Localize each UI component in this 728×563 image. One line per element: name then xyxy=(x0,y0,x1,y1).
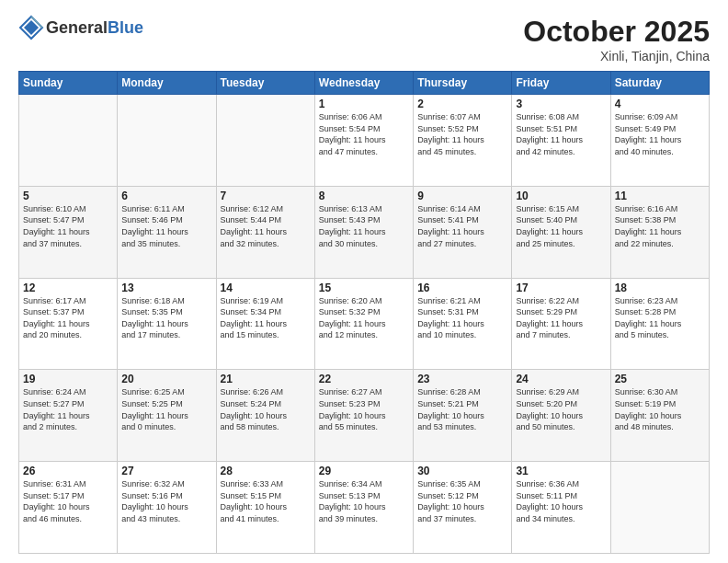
table-row: 25Sunrise: 6:30 AM Sunset: 5:19 PM Dayli… xyxy=(610,370,709,462)
col-monday: Monday xyxy=(118,72,216,95)
day-number: 18 xyxy=(615,282,705,294)
table-row: 31Sunrise: 6:36 AM Sunset: 5:11 PM Dayli… xyxy=(512,462,610,554)
header: GeneralBlue October 2025 Xinli, Tianjin,… xyxy=(18,15,710,63)
day-number: 8 xyxy=(319,190,409,202)
calendar-week-row: 12Sunrise: 6:17 AM Sunset: 5:37 PM Dayli… xyxy=(19,278,710,370)
day-info: Sunrise: 6:25 AM Sunset: 5:25 PM Dayligh… xyxy=(121,386,211,432)
day-number: 22 xyxy=(319,373,409,385)
day-info: Sunrise: 6:29 AM Sunset: 5:20 PM Dayligh… xyxy=(516,386,606,432)
day-number: 25 xyxy=(615,373,705,385)
day-number: 28 xyxy=(221,465,311,477)
day-number: 2 xyxy=(417,98,507,110)
day-info: Sunrise: 6:08 AM Sunset: 5:51 PM Dayligh… xyxy=(516,111,606,157)
table-row: 9Sunrise: 6:14 AM Sunset: 5:41 PM Daylig… xyxy=(414,186,512,278)
calendar-header-row: Sunday Monday Tuesday Wednesday Thursday… xyxy=(19,72,710,95)
day-info: Sunrise: 6:26 AM Sunset: 5:24 PM Dayligh… xyxy=(221,386,311,432)
day-info: Sunrise: 6:22 AM Sunset: 5:29 PM Dayligh… xyxy=(516,295,606,341)
day-info: Sunrise: 6:21 AM Sunset: 5:31 PM Dayligh… xyxy=(417,295,507,341)
table-row: 27Sunrise: 6:32 AM Sunset: 5:16 PM Dayli… xyxy=(118,462,216,554)
day-number: 29 xyxy=(319,465,409,477)
day-number: 17 xyxy=(516,282,606,294)
day-number: 12 xyxy=(23,282,113,294)
day-number: 13 xyxy=(121,282,211,294)
table-row: 24Sunrise: 6:29 AM Sunset: 5:20 PM Dayli… xyxy=(512,370,610,462)
day-info: Sunrise: 6:16 AM Sunset: 5:38 PM Dayligh… xyxy=(615,203,705,249)
table-row: 21Sunrise: 6:26 AM Sunset: 5:24 PM Dayli… xyxy=(216,370,314,462)
day-info: Sunrise: 6:10 AM Sunset: 5:47 PM Dayligh… xyxy=(23,203,113,249)
logo-general-text: General xyxy=(46,18,108,38)
col-tuesday: Tuesday xyxy=(216,72,314,95)
day-number: 15 xyxy=(319,282,409,294)
day-number: 31 xyxy=(516,465,606,477)
day-info: Sunrise: 6:18 AM Sunset: 5:35 PM Dayligh… xyxy=(121,295,211,341)
day-number: 30 xyxy=(417,465,507,477)
day-info: Sunrise: 6:12 AM Sunset: 5:44 PM Dayligh… xyxy=(221,203,311,249)
day-info: Sunrise: 6:30 AM Sunset: 5:19 PM Dayligh… xyxy=(615,386,705,432)
table-row: 4Sunrise: 6:09 AM Sunset: 5:49 PM Daylig… xyxy=(610,95,709,187)
table-row: 14Sunrise: 6:19 AM Sunset: 5:34 PM Dayli… xyxy=(216,278,314,370)
table-row: 26Sunrise: 6:31 AM Sunset: 5:17 PM Dayli… xyxy=(19,462,118,554)
day-info: Sunrise: 6:07 AM Sunset: 5:52 PM Dayligh… xyxy=(417,111,507,157)
table-row: 20Sunrise: 6:25 AM Sunset: 5:25 PM Dayli… xyxy=(118,370,216,462)
day-info: Sunrise: 6:17 AM Sunset: 5:37 PM Dayligh… xyxy=(23,295,113,341)
col-friday: Friday xyxy=(512,72,610,95)
day-number: 3 xyxy=(516,98,606,110)
table-row xyxy=(19,95,118,187)
calendar-week-row: 1Sunrise: 6:06 AM Sunset: 5:54 PM Daylig… xyxy=(19,95,710,187)
day-info: Sunrise: 6:23 AM Sunset: 5:28 PM Dayligh… xyxy=(615,295,705,341)
table-row: 22Sunrise: 6:27 AM Sunset: 5:23 PM Dayli… xyxy=(314,370,413,462)
calendar-week-row: 19Sunrise: 6:24 AM Sunset: 5:27 PM Dayli… xyxy=(19,370,710,462)
day-info: Sunrise: 6:33 AM Sunset: 5:15 PM Dayligh… xyxy=(221,478,311,524)
table-row: 13Sunrise: 6:18 AM Sunset: 5:35 PM Dayli… xyxy=(118,278,216,370)
day-number: 4 xyxy=(615,98,705,110)
table-row: 28Sunrise: 6:33 AM Sunset: 5:15 PM Dayli… xyxy=(216,462,314,554)
table-row: 30Sunrise: 6:35 AM Sunset: 5:12 PM Dayli… xyxy=(414,462,512,554)
logo-blue-text: Blue xyxy=(108,18,143,38)
calendar-week-row: 5Sunrise: 6:10 AM Sunset: 5:47 PM Daylig… xyxy=(19,186,710,278)
day-info: Sunrise: 6:19 AM Sunset: 5:34 PM Dayligh… xyxy=(221,295,311,341)
calendar-week-row: 26Sunrise: 6:31 AM Sunset: 5:17 PM Dayli… xyxy=(19,462,710,554)
day-number: 16 xyxy=(417,282,507,294)
day-info: Sunrise: 6:35 AM Sunset: 5:12 PM Dayligh… xyxy=(417,478,507,524)
table-row: 19Sunrise: 6:24 AM Sunset: 5:27 PM Dayli… xyxy=(19,370,118,462)
col-sunday: Sunday xyxy=(19,72,118,95)
day-number: 19 xyxy=(23,373,113,385)
table-row: 17Sunrise: 6:22 AM Sunset: 5:29 PM Dayli… xyxy=(512,278,610,370)
day-info: Sunrise: 6:13 AM Sunset: 5:43 PM Dayligh… xyxy=(319,203,409,249)
page: GeneralBlue October 2025 Xinli, Tianjin,… xyxy=(0,0,728,563)
day-info: Sunrise: 6:14 AM Sunset: 5:41 PM Dayligh… xyxy=(417,203,507,249)
logo-icon xyxy=(18,15,44,40)
table-row: 1Sunrise: 6:06 AM Sunset: 5:54 PM Daylig… xyxy=(314,95,413,187)
calendar-table: Sunday Monday Tuesday Wednesday Thursday… xyxy=(18,71,710,554)
day-number: 5 xyxy=(23,190,113,202)
day-number: 24 xyxy=(516,373,606,385)
day-info: Sunrise: 6:34 AM Sunset: 5:13 PM Dayligh… xyxy=(319,478,409,524)
day-number: 26 xyxy=(23,465,113,477)
col-saturday: Saturday xyxy=(610,72,709,95)
day-info: Sunrise: 6:20 AM Sunset: 5:32 PM Dayligh… xyxy=(319,295,409,341)
day-number: 20 xyxy=(121,373,211,385)
table-row: 6Sunrise: 6:11 AM Sunset: 5:46 PM Daylig… xyxy=(118,186,216,278)
day-number: 11 xyxy=(615,190,705,202)
calendar-title: October 2025 xyxy=(523,15,710,49)
table-row: 16Sunrise: 6:21 AM Sunset: 5:31 PM Dayli… xyxy=(414,278,512,370)
day-info: Sunrise: 6:36 AM Sunset: 5:11 PM Dayligh… xyxy=(516,478,606,524)
logo: GeneralBlue xyxy=(18,15,143,40)
day-number: 6 xyxy=(121,190,211,202)
day-number: 21 xyxy=(221,373,311,385)
col-wednesday: Wednesday xyxy=(314,72,413,95)
day-number: 23 xyxy=(417,373,507,385)
day-info: Sunrise: 6:24 AM Sunset: 5:27 PM Dayligh… xyxy=(23,386,113,432)
day-number: 27 xyxy=(121,465,211,477)
table-row: 2Sunrise: 6:07 AM Sunset: 5:52 PM Daylig… xyxy=(414,95,512,187)
title-block: October 2025 Xinli, Tianjin, China xyxy=(523,15,710,63)
day-info: Sunrise: 6:31 AM Sunset: 5:17 PM Dayligh… xyxy=(23,478,113,524)
table-row: 11Sunrise: 6:16 AM Sunset: 5:38 PM Dayli… xyxy=(610,186,709,278)
table-row: 23Sunrise: 6:28 AM Sunset: 5:21 PM Dayli… xyxy=(414,370,512,462)
day-number: 10 xyxy=(516,190,606,202)
day-info: Sunrise: 6:32 AM Sunset: 5:16 PM Dayligh… xyxy=(121,478,211,524)
table-row: 15Sunrise: 6:20 AM Sunset: 5:32 PM Dayli… xyxy=(314,278,413,370)
table-row xyxy=(610,462,709,554)
table-row: 3Sunrise: 6:08 AM Sunset: 5:51 PM Daylig… xyxy=(512,95,610,187)
day-info: Sunrise: 6:28 AM Sunset: 5:21 PM Dayligh… xyxy=(417,386,507,432)
